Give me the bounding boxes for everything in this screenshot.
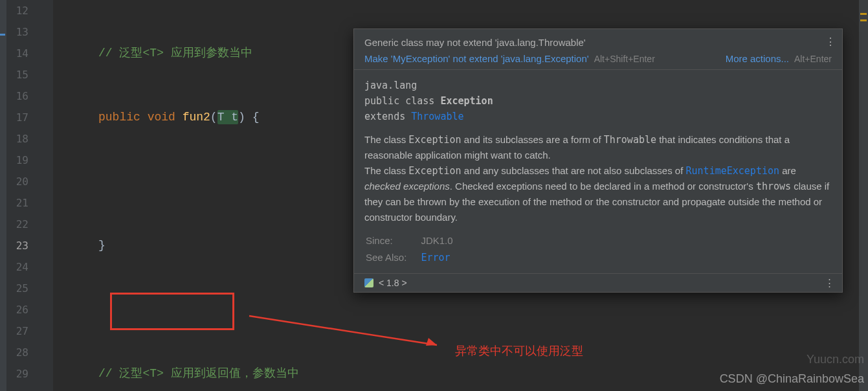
- more-icon[interactable]: ⋮: [825, 277, 834, 289]
- brace: ) {: [238, 111, 259, 124]
- popup-body: java.lang public class Exception extends…: [354, 70, 842, 273]
- popup-footer: < 1.8 > ⋮: [354, 273, 842, 292]
- shortcut: Alt+Shift+Enter: [594, 54, 655, 64]
- kw-void: void: [148, 111, 183, 124]
- seealso-label: See Also:: [366, 250, 419, 265]
- library-icon: [364, 278, 373, 287]
- doc-text: . Checked exceptions need to be declared…: [450, 181, 756, 192]
- since-value: JDK1.0: [421, 233, 465, 249]
- comment: // 泛型<T> 应用到返回值，参数当中: [98, 367, 299, 380]
- watermark: CSDN @ChinaRainbowSea: [720, 372, 864, 386]
- doc-text: and its subclasses are a form of: [462, 134, 604, 145]
- line-gutter: 121314151617181920212223242526272829: [0, 0, 40, 391]
- doc-code: Throwable: [604, 134, 656, 146]
- fold-column: [40, 0, 53, 391]
- warn-marker[interactable]: [860, 19, 867, 21]
- method-name: fun2: [183, 111, 210, 124]
- package: java.lang: [364, 78, 832, 93]
- kw-public: public: [98, 111, 148, 124]
- doc-link[interactable]: RuntimeException: [686, 165, 780, 177]
- comment: // 泛型<T> 应用到参数当中: [98, 47, 252, 60]
- quick-fix-link[interactable]: Make 'MyException' not extend 'java.lang…: [364, 53, 589, 64]
- seealso-link[interactable]: Error: [421, 252, 450, 263]
- doc-text: are: [779, 165, 796, 176]
- popup-header: Generic class may not extend 'java.lang.…: [354, 29, 842, 70]
- since-label: Since:: [366, 233, 419, 249]
- doc-code: throws: [756, 181, 791, 192]
- doc-em: checked exceptions: [364, 181, 450, 192]
- doc-code: Exception: [408, 165, 461, 177]
- decl-ext: extends: [364, 111, 411, 122]
- brace: }: [98, 239, 106, 252]
- decl-super-link[interactable]: Throwable: [411, 111, 463, 122]
- doc-code: Exception: [408, 134, 461, 146]
- shortcut: Alt+Enter: [794, 54, 832, 64]
- more-actions-link[interactable]: More actions...: [726, 53, 789, 64]
- decl-name: Exception: [440, 95, 493, 107]
- param: T t: [217, 110, 238, 124]
- doc-text: The class: [364, 165, 408, 176]
- watermark: Yuucn.com: [807, 353, 864, 366]
- inspection-popup[interactable]: ⋮ Generic class may not extend 'java.lan…: [353, 28, 843, 293]
- warn-marker[interactable]: [860, 13, 867, 15]
- inspection-title: Generic class may not extend 'java.lang.…: [364, 37, 832, 48]
- doc-text: The class: [364, 134, 408, 145]
- doc-meta: Since:JDK1.0 See Also:Error: [364, 232, 467, 267]
- paren: (: [210, 111, 217, 124]
- annotation-text: 异常类中不可以使用泛型: [455, 343, 583, 359]
- decl: public class: [364, 95, 440, 107]
- library-version: < 1.8 >: [379, 278, 407, 288]
- error-stripe[interactable]: [859, 0, 868, 391]
- doc-text: and any subclasses that are not also sub…: [462, 165, 686, 176]
- more-icon[interactable]: ⋮: [825, 36, 836, 48]
